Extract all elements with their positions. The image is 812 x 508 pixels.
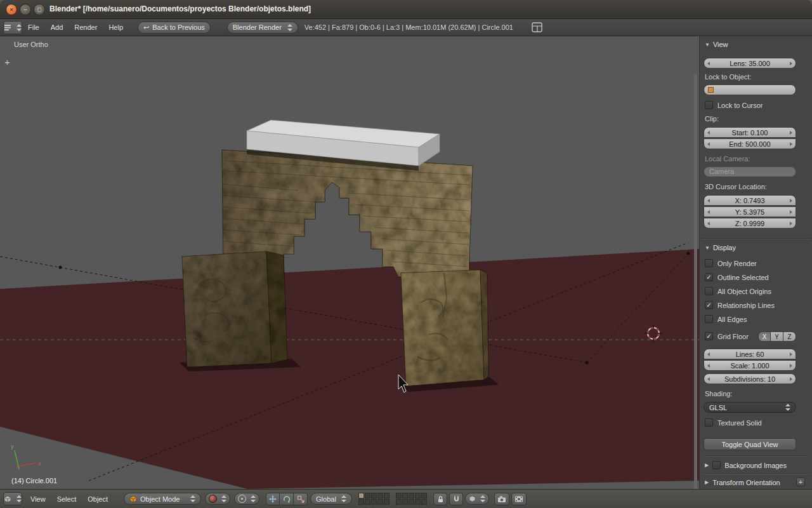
checkbox-box[interactable]: [705, 101, 713, 109]
menu-add[interactable]: Add: [45, 23, 69, 31]
window-maximize-button[interactable]: ◻: [34, 4, 45, 15]
layer-toggle[interactable]: [371, 493, 377, 498]
rotate-manipulator-toggle[interactable]: [280, 493, 294, 505]
scrollbar-thumb[interactable]: [694, 74, 697, 489]
layer-toggle[interactable]: [402, 493, 408, 498]
grid-lines-slider[interactable]: Lines: 60: [704, 349, 796, 359]
increment-arrow[interactable]: [790, 377, 792, 381]
layer-toggle[interactable]: [415, 493, 421, 498]
clip-start-slider[interactable]: Start: 0.100: [704, 127, 796, 138]
clip-end-slider[interactable]: End: 500.000: [704, 138, 796, 149]
window-close-button[interactable]: ×: [6, 4, 17, 15]
textured-solid-checkbox[interactable]: Textured Solid: [705, 418, 762, 427]
grid-floor-checkbox[interactable]: ✓ Grid Floor: [705, 331, 749, 341]
checkbox-box[interactable]: [705, 418, 713, 427]
decrement-arrow[interactable]: [707, 364, 710, 368]
layer-toggle[interactable]: [365, 499, 370, 505]
display-panel-header[interactable]: ▼ Display: [705, 243, 736, 252]
transform-orientation-panel-header[interactable]: ▶ Transform Orientation: [705, 478, 780, 487]
screen-layout-icon[interactable]: [532, 22, 542, 32]
left-pillar-object[interactable]: [182, 251, 287, 367]
layer-toggle[interactable]: [415, 499, 421, 505]
axis-x-toggle[interactable]: X: [758, 331, 771, 342]
decrement-arrow[interactable]: [707, 62, 710, 65]
snap-element-select[interactable]: [465, 493, 489, 505]
scale-manipulator-toggle[interactable]: [294, 493, 308, 505]
3d-viewport[interactable]: x y User Ortho (14) Circle.001 +: [0, 36, 699, 489]
layer-toggle[interactable]: [421, 493, 427, 498]
increment-arrow[interactable]: [790, 364, 792, 368]
snap-toggle-button[interactable]: [449, 493, 463, 505]
layer-toggle[interactable]: [377, 493, 383, 498]
right-pillar-object[interactable]: [401, 270, 488, 386]
layer-toggle[interactable]: [365, 493, 370, 498]
menu-render[interactable]: Render: [69, 23, 103, 31]
checkbox-box[interactable]: [705, 287, 713, 295]
shading-select[interactable]: GLSL: [704, 402, 796, 413]
layer-toggle[interactable]: [396, 493, 402, 498]
increment-arrow[interactable]: [790, 210, 792, 214]
layer-toggle[interactable]: [377, 499, 383, 505]
background-images-checkbox[interactable]: [712, 461, 721, 469]
render-engine-select[interactable]: Blender Render: [227, 22, 298, 34]
layer-toggle[interactable]: [358, 499, 364, 505]
axis-z-toggle[interactable]: Z: [783, 331, 796, 342]
menu-select[interactable]: Select: [51, 495, 82, 503]
editor-type-select-info[interactable]: [3, 21, 22, 34]
lock-to-object-field[interactable]: [704, 84, 796, 95]
checkbox-box[interactable]: [705, 259, 713, 267]
scene-lock-button[interactable]: [433, 493, 447, 505]
increment-arrow[interactable]: [790, 142, 792, 146]
ground-plane-object[interactable]: [0, 249, 699, 489]
decrement-arrow[interactable]: [707, 377, 710, 381]
all-edges-checkbox[interactable]: All Edges: [705, 314, 747, 324]
translate-manipulator-toggle[interactable]: [266, 493, 280, 505]
relationship-lines-checkbox[interactable]: ✓ Relationship Lines: [705, 300, 775, 310]
layer-toggle[interactable]: [409, 499, 414, 505]
toggle-quad-view-button[interactable]: Toggle Quad View: [704, 438, 796, 450]
checkbox-box[interactable]: ✓: [705, 301, 713, 309]
opengl-render-anim-button[interactable]: [511, 493, 527, 505]
only-render-checkbox[interactable]: Only Render: [705, 258, 757, 268]
viewport-scrollbar[interactable]: [694, 74, 697, 489]
decrement-arrow[interactable]: [707, 352, 710, 356]
checkbox-box[interactable]: [705, 315, 713, 323]
outline-selected-checkbox[interactable]: ✓ Outline Selected: [705, 272, 769, 282]
pivot-point-select[interactable]: [234, 493, 259, 505]
region-expand-button[interactable]: +: [4, 57, 10, 67]
menu-view[interactable]: View: [25, 495, 51, 503]
menu-help[interactable]: Help: [103, 23, 129, 31]
decrement-arrow[interactable]: [707, 222, 710, 225]
menu-object[interactable]: Object: [82, 495, 114, 503]
increment-arrow[interactable]: [790, 352, 792, 356]
axis-y-toggle[interactable]: Y: [771, 331, 783, 342]
local-camera-field[interactable]: Camera: [704, 166, 796, 177]
cursor-x-slider[interactable]: X: 0.7493: [704, 195, 796, 206]
transform-orientation-select[interactable]: Global: [310, 493, 352, 505]
increment-arrow[interactable]: [790, 62, 792, 65]
back-to-previous-button[interactable]: ↩ Back to Previous: [138, 22, 211, 34]
mode-select[interactable]: Object Mode: [124, 493, 201, 505]
lock-to-cursor-checkbox[interactable]: Lock to Cursor: [705, 100, 763, 110]
layer-toggle[interactable]: [371, 499, 377, 505]
lens-slider[interactable]: Lens: 35.000: [704, 58, 796, 69]
layer-toggle[interactable]: [402, 499, 408, 505]
viewport-shading-select[interactable]: [205, 493, 230, 505]
cursor-y-slider[interactable]: Y: 5.3975: [704, 206, 796, 217]
all-object-origins-checkbox[interactable]: All Object Origins: [705, 286, 771, 296]
add-orientation-button[interactable]: +: [796, 478, 805, 486]
decrement-arrow[interactable]: [707, 210, 710, 214]
layer-toggle[interactable]: [421, 499, 427, 505]
increment-arrow[interactable]: [790, 199, 792, 203]
decrement-arrow[interactable]: [707, 131, 710, 135]
increment-arrow[interactable]: [790, 222, 792, 225]
decrement-arrow[interactable]: [707, 142, 710, 146]
background-images-panel-header[interactable]: ▶ Background Images: [705, 460, 787, 470]
subdivisions-slider[interactable]: Subdivisions: 10: [704, 373, 796, 384]
layer-toggle[interactable]: [409, 493, 414, 498]
opengl-render-image-button[interactable]: [494, 493, 509, 505]
increment-arrow[interactable]: [790, 131, 792, 135]
checkbox-box[interactable]: ✓: [705, 332, 713, 340]
layer-toggle[interactable]: [358, 493, 364, 498]
checkbox-box[interactable]: ✓: [705, 273, 713, 281]
